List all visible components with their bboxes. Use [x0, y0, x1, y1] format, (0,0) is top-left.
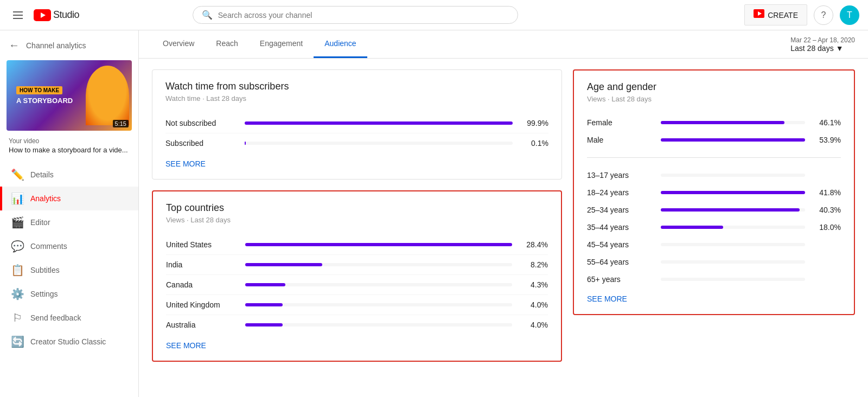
search-bar[interactable]: 🔍 [193, 6, 518, 24]
top-countries-card: Top countries Views · Last 28 days Unite… [152, 190, 562, 362]
feedback-label: Send feedback [30, 313, 81, 322]
age-row-13-17: 13–17 years [587, 167, 841, 184]
video-thumbnail[interactable]: HOW TO MAKE A STORYBOARD 5:15 [7, 60, 132, 131]
tabs: Overview Reach Engagement Audience [152, 30, 367, 58]
bar-row-australia: Australia 4.0% [166, 315, 548, 335]
studio-label: Studio [53, 9, 79, 21]
sidebar: ← Channel analytics HOW TO MAKE A STORYB… [0, 30, 139, 397]
us-bar [245, 243, 512, 246]
uk-label: United Kingdom [166, 300, 237, 309]
subtitles-label: Subtitles [30, 266, 60, 274]
channel-section: HOW TO MAKE A STORYBOARD 5:15 Your video… [0, 60, 138, 163]
avatar[interactable]: T [840, 5, 859, 25]
sidebar-item-comments[interactable]: 💬 Comments [0, 234, 138, 258]
age-18-24-track [661, 191, 805, 194]
date-range: Mar 22 – Apr 18, 2020 Last 28 days ▼ [790, 32, 855, 57]
editor-icon: 🎬 [11, 216, 24, 229]
sidebar-item-editor[interactable]: 🎬 Editor [0, 210, 138, 234]
gender-row-male: Male 53.9% [587, 131, 841, 149]
not-subscribed-label: Not subscribed [165, 119, 236, 127]
tabs-row: Overview Reach Engagement Audience Mar 2… [139, 30, 868, 59]
age-18-24-bar [661, 191, 805, 194]
create-icon [754, 9, 764, 21]
analytics-icon: 📊 [11, 192, 24, 205]
analytics-label: Analytics [30, 194, 61, 203]
classic-icon: 🔄 [11, 335, 24, 348]
age-25-34-bar [661, 208, 800, 212]
help-button[interactable]: ? [814, 5, 833, 25]
age-18-24-value: 41.8% [814, 188, 841, 197]
top-countries-title: Top countries [166, 202, 548, 214]
top-countries-subtitle: Views · Last 28 days [166, 216, 548, 224]
right-panel: Age and gender Views · Last 28 days Fema… [573, 69, 855, 373]
sidebar-item-classic[interactable]: 🔄 Creator Studio Classic [0, 330, 138, 354]
tab-audience[interactable]: Audience [314, 30, 367, 58]
sidebar-item-subtitles[interactable]: 📋 Subtitles [0, 258, 138, 282]
editor-label: Editor [30, 218, 50, 227]
subscribed-value: 0.1% [521, 139, 548, 148]
age-row-55-64: 55–64 years [587, 253, 841, 271]
sidebar-item-feedback[interactable]: ⚐ Send feedback [0, 306, 138, 330]
bar-row-canada: Canada 4.3% [166, 275, 548, 295]
watch-time-subtitle: Watch time · Last 28 days [165, 94, 548, 103]
your-video-label: Your video [0, 135, 138, 145]
left-panel: Watch time from subscribers Watch time ·… [152, 69, 562, 373]
male-bar [661, 138, 805, 142]
us-label: United States [166, 240, 237, 249]
gender-row-female: Female 46.1% [587, 114, 841, 131]
watch-time-card: Watch time from subscribers Watch time ·… [152, 69, 562, 180]
tab-engagement[interactable]: Engagement [249, 30, 314, 58]
age-row-25-34: 25–34 years 40.3% [587, 201, 841, 219]
person-shape [86, 66, 129, 125]
tab-reach[interactable]: Reach [205, 30, 248, 58]
age-row-35-44: 35–44 years 18.0% [587, 219, 841, 236]
age-65plus-track [661, 278, 805, 281]
female-label: Female [587, 118, 652, 127]
logo[interactable]: Studio [34, 9, 79, 21]
not-subscribed-value: 99.9% [521, 119, 548, 127]
canada-value: 4.3% [521, 280, 548, 289]
thumb-title: A STORYBOARD [16, 97, 73, 105]
sidebar-item-settings[interactable]: ⚙️ Settings [0, 282, 138, 306]
age-gender-see-more[interactable]: SEE MORE [587, 288, 627, 303]
female-value: 46.1% [814, 118, 841, 127]
details-label: Details [30, 170, 54, 179]
watch-time-see-more[interactable]: SEE MORE [165, 153, 206, 168]
age-45-54-label: 45–54 years [587, 240, 652, 249]
canada-bar [245, 283, 285, 286]
video-title-small: How to make a storyboard for a vide... [0, 145, 138, 158]
female-bar [661, 121, 784, 124]
india-label: India [166, 260, 237, 269]
search-input[interactable] [218, 11, 509, 20]
top-countries-see-more[interactable]: SEE MORE [166, 335, 206, 350]
sidebar-item-details[interactable]: ✏️ Details [0, 163, 138, 187]
uk-bar [245, 303, 283, 306]
youtube-icon [34, 9, 51, 21]
female-track [661, 121, 805, 124]
bar-row-us: United States 28.4% [166, 235, 548, 255]
bar-row-india: India 8.2% [166, 255, 548, 275]
age-gender-title: Age and gender [587, 81, 841, 93]
age-13-17-track [661, 174, 805, 177]
hamburger-menu[interactable] [9, 7, 27, 23]
age-35-44-value: 18.0% [814, 223, 841, 232]
age-row-18-24: 18–24 years 41.8% [587, 184, 841, 201]
sidebar-title: Channel analytics [26, 41, 86, 50]
age-gender-subtitle: Views · Last 28 days [587, 95, 841, 103]
date-range-value[interactable]: Last 28 days ▼ [790, 44, 855, 53]
header-right: CREATE ? T [744, 4, 859, 25]
create-button[interactable]: CREATE [744, 4, 807, 25]
age-35-44-bar [661, 226, 723, 229]
tab-overview[interactable]: Overview [152, 30, 205, 58]
details-icon: ✏️ [11, 168, 24, 181]
age-25-34-track [661, 208, 805, 212]
header: Studio 🔍 CREATE ? T [0, 0, 868, 30]
sidebar-back[interactable]: ← Channel analytics [0, 30, 138, 60]
age-25-34-label: 25–34 years [587, 206, 652, 214]
age-gender-card: Age and gender Views · Last 28 days Fema… [573, 69, 855, 315]
bar-row-subscribed: Subscribed 0.1% [165, 133, 548, 153]
canada-track [245, 283, 512, 286]
canada-label: Canada [166, 280, 237, 289]
australia-track [245, 323, 512, 326]
sidebar-item-analytics[interactable]: 📊 Analytics [0, 187, 138, 210]
